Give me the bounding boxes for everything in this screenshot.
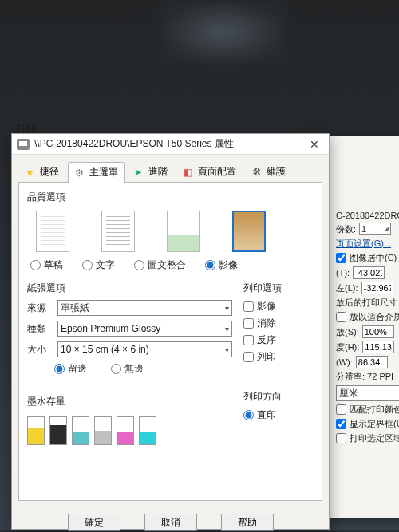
gear-icon: ⚙ <box>75 167 86 179</box>
center-image-label: 图像居中(C) <box>350 252 397 264</box>
print-area-checkbox[interactable] <box>336 433 346 443</box>
top-field[interactable] <box>353 266 385 279</box>
help-button[interactable]: 帮助 <box>221 514 274 531</box>
height-field[interactable] <box>362 341 394 353</box>
quality-radio-text[interactable]: 文字 <box>82 258 115 272</box>
scaled-size-label: 放后的打印尺寸 <box>336 297 399 309</box>
opt4-label: 列印 <box>257 350 276 364</box>
printer-properties-dialog: \\PC-20180422DROU\EPSON T50 Series 属性 ✕ … <box>11 133 330 530</box>
top-label: (T): <box>336 268 350 278</box>
copies-stepper[interactable]: 1 <box>359 223 391 235</box>
opt1-checkbox[interactable]: 影像 <box>243 300 314 313</box>
ok-button[interactable]: 確定 <box>68 514 120 531</box>
tab-main-page: 品質選項 草稿 文字 圖文整合 影像 紙張選項 來源 單張紙 種類 Epson <box>18 182 322 501</box>
opt3-label: 反序 <box>257 333 276 347</box>
tab-layout[interactable]: ◧頁面配置 <box>176 161 243 182</box>
scale-label: 放(S): <box>336 326 359 338</box>
source-label: 來源 <box>27 301 51 315</box>
left-label: 左(L): <box>336 282 358 294</box>
border-radio[interactable]: 留邊 <box>54 362 87 376</box>
show-bounds-checkbox[interactable] <box>336 419 346 429</box>
size-select[interactable]: 10 × 15 cm (4 × 6 in) <box>57 341 232 357</box>
fit-media-checkbox[interactable] <box>336 312 346 322</box>
titlebar: \\PC-20180422DROU\EPSON T50 Series 属性 ✕ <box>12 134 329 155</box>
quality-photo-label: 影像 <box>219 258 238 272</box>
left-field[interactable] <box>361 282 393 294</box>
quality-draft-label: 草稿 <box>44 258 63 272</box>
opt4-checkbox[interactable]: 列印 <box>243 350 314 364</box>
opt3-checkbox[interactable]: 反序 <box>243 333 314 347</box>
cancel-button[interactable]: 取消 <box>144 514 197 531</box>
borderless-label: 無邊 <box>124 362 144 376</box>
width-field[interactable] <box>356 356 388 368</box>
page-icon: ◧ <box>184 167 195 178</box>
ink-cartridge-5 <box>139 416 156 445</box>
print-area-label: 打印选定区域(A) <box>350 432 399 444</box>
print-options-label: 列印選項 <box>243 282 314 295</box>
source-select[interactable]: 單張紙 <box>57 300 232 316</box>
opt1-label: 影像 <box>257 300 276 313</box>
opt2-checkbox[interactable]: 消除 <box>243 317 314 330</box>
match-profile-label: 匹配打印颜色 <box>350 404 399 416</box>
tab-maintenance[interactable]: 🛠維護 <box>245 161 293 182</box>
ink-cartridge-1 <box>49 416 67 445</box>
width-label: (W): <box>336 357 353 367</box>
star-icon: ★ <box>26 167 37 178</box>
wrench-icon: 🛠 <box>252 167 263 178</box>
quality-thumb-text[interactable] <box>101 211 135 252</box>
tab-advanced[interactable]: ➤進階 <box>127 161 175 182</box>
match-profile-checkbox[interactable] <box>336 404 346 415</box>
opt2-label: 消除 <box>257 317 276 330</box>
height-label: 度(H): <box>336 341 359 353</box>
units-select[interactable]: 厘米 <box>336 385 399 401</box>
tab-advanced-label: 進階 <box>148 165 168 179</box>
quality-thumb-textimage[interactable] <box>167 211 200 252</box>
paper-group-label: 紙張選項 <box>27 282 232 295</box>
ink-cartridge-4 <box>117 416 134 445</box>
page-setup-link[interactable]: 页面设置(G)... <box>336 238 391 250</box>
resolution-label: 分辨率: 72 PPI <box>336 371 399 383</box>
quality-thumb-photo[interactable] <box>232 211 266 252</box>
quality-text-label: 文字 <box>96 258 115 272</box>
quality-radio-textimage[interactable]: 圖文整合 <box>134 258 186 272</box>
ink-cartridge-3 <box>94 416 112 445</box>
tab-shortcut[interactable]: ★捷径 <box>18 161 66 182</box>
tab-maintenance-label: 維護 <box>267 165 286 179</box>
quality-radio-photo[interactable]: 影像 <box>205 258 238 272</box>
fit-media-label: 放以适合介质(M) <box>350 311 399 323</box>
quality-group-label: 品質選項 <box>27 191 314 204</box>
tab-shortcut-label: 捷径 <box>40 165 59 179</box>
center-image-checkbox[interactable] <box>336 253 346 263</box>
copies-label: 份数: <box>336 223 356 235</box>
borderless-radio[interactable]: 無邊 <box>111 362 144 376</box>
printer-icon <box>17 139 30 150</box>
quality-thumb-draft[interactable] <box>36 211 69 252</box>
size-label: 大小 <box>27 343 51 357</box>
ink-levels <box>27 413 232 448</box>
printer-name: C-20180422DRO... <box>336 211 399 220</box>
scale-field[interactable] <box>362 325 394 338</box>
tab-main[interactable]: ⚙主選單 <box>68 162 125 183</box>
show-bounds-label: 显示定界框(U) <box>350 418 399 430</box>
close-button[interactable]: ✕ <box>305 136 324 152</box>
tab-layout-label: 頁面配置 <box>198 165 236 179</box>
ink-cartridge-0 <box>27 416 45 445</box>
quality-textimage-label: 圖文整合 <box>148 258 186 272</box>
type-label: 種類 <box>27 322 51 336</box>
dialog-title: \\PC-20180422DROU\EPSON T50 Series 属性 <box>34 137 234 151</box>
ink-group-label: 墨水存量 <box>27 395 232 408</box>
tab-main-label: 主選單 <box>89 166 118 179</box>
portrait-label: 直印 <box>257 408 276 422</box>
quality-radio-draft[interactable]: 草稿 <box>30 258 63 272</box>
arrow-icon: ➤ <box>134 167 145 178</box>
orientation-label: 列印方向 <box>243 390 314 404</box>
border-label: 留邊 <box>68 362 87 376</box>
ink-cartridge-2 <box>72 416 89 445</box>
type-select[interactable]: Epson Premium Glossy <box>57 321 232 337</box>
portrait-radio[interactable]: 直印 <box>243 408 314 422</box>
